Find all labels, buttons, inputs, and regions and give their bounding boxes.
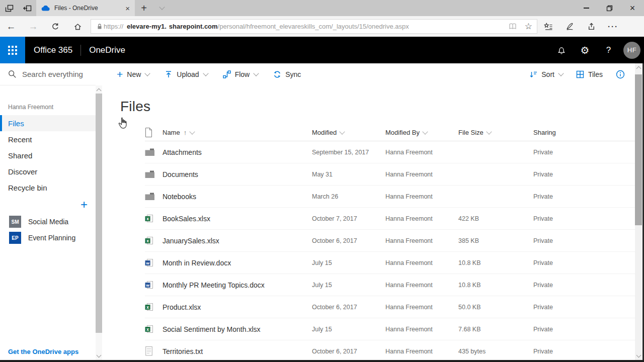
favorite-star-icon[interactable]: ☆ — [525, 22, 532, 31]
chevron-down-icon — [422, 129, 428, 134]
table-row[interactable]: AttachmentsSeptember 15, 2017Hanna Freem… — [145, 141, 635, 163]
sidebar-item-recent[interactable]: Recent — [0, 131, 96, 147]
sort-button[interactable]: Sort — [529, 70, 563, 78]
table-row[interactable]: xJanuarySales.xlsxOctober 6, 2017Hanna F… — [145, 230, 635, 252]
scrollbar-thumb[interactable] — [96, 94, 102, 333]
sync-icon — [273, 70, 281, 78]
sync-button[interactable]: Sync — [273, 70, 301, 78]
file-modified: May 31 — [312, 171, 385, 178]
svg-text:x: x — [146, 327, 149, 332]
svg-text:w: w — [145, 261, 149, 265]
column-header-name[interactable]: Name↑ — [163, 129, 312, 136]
more-menu-icon[interactable]: ··· — [602, 16, 624, 37]
column-header-sharing[interactable]: Sharing — [533, 129, 635, 136]
file-name[interactable]: BookSales.xlsx — [163, 215, 312, 223]
text-icon — [145, 346, 163, 356]
favorites-hub-icon[interactable] — [537, 16, 559, 37]
sidebar-group-social-media[interactable]: SM Social Media — [0, 214, 96, 230]
back-icon[interactable]: ← — [0, 16, 22, 37]
file-modified: July 15 — [312, 282, 385, 289]
tab-close-icon[interactable]: × — [125, 5, 130, 12]
file-sharing: Private — [533, 171, 635, 178]
new-button[interactable]: + New — [117, 70, 149, 79]
app-launcher-icon[interactable] — [0, 37, 25, 63]
column-header-modified[interactable]: Modified — [312, 129, 385, 136]
restore-button[interactable] — [598, 0, 621, 16]
file-modified: October 6, 2017 — [312, 304, 385, 311]
file-name[interactable]: JanuarySales.xlsx — [163, 237, 312, 245]
url-input[interactable]: https:// elevare-my1. sharepoint.com /pe… — [91, 19, 537, 34]
table-row[interactable]: xProduct.xlsxOctober 6, 2017Hanna Freemo… — [145, 296, 635, 318]
sidebar-scrollbar[interactable] — [96, 85, 102, 360]
set-aside-tabs-icon[interactable] — [18, 0, 36, 16]
browser-tab[interactable]: Files - OneDrive × — [36, 0, 135, 16]
table-row[interactable]: Territories.txtOctober 6, 2017Hanna Free… — [145, 340, 635, 362]
settings-gear-icon[interactable]: ⚙ — [573, 37, 597, 63]
close-window-button[interactable]: × — [621, 0, 644, 16]
add-group-plus-icon[interactable]: + — [80, 199, 88, 211]
file-name[interactable]: Notebooks — [163, 193, 312, 201]
word-icon: w — [145, 281, 163, 289]
scroll-up-icon[interactable] — [635, 63, 642, 71]
refresh-icon[interactable] — [44, 16, 66, 37]
table-row[interactable]: DocumentsMay 31Hanna FreemontPrivate — [145, 163, 635, 186]
sidebar-item-files[interactable]: Files — [0, 115, 96, 131]
new-tab-button[interactable]: + — [135, 0, 153, 16]
file-name[interactable]: Product.xlsx — [163, 303, 312, 311]
tiles-view-button[interactable]: Tiles — [576, 70, 603, 78]
reading-view-icon[interactable] — [509, 23, 517, 30]
document-type-column-icon[interactable] — [145, 128, 163, 137]
table-row[interactable]: xBookSales.xlsxOctober 7, 2017Hanna Free… — [145, 208, 635, 230]
search-box[interactable] — [0, 63, 96, 85]
sidebar-item-shared[interactable]: Shared — [0, 147, 96, 163]
column-header-modified-by[interactable]: Modified By — [385, 129, 458, 136]
content-scrollbar[interactable] — [635, 63, 642, 360]
chevron-down-icon — [145, 70, 150, 76]
minimize-button[interactable] — [575, 0, 598, 16]
file-size: 422 KB — [458, 215, 533, 222]
cursor-pointer — [117, 117, 128, 130]
scroll-down-icon[interactable] — [96, 352, 102, 360]
file-modified: October 7, 2017 — [312, 215, 385, 222]
get-onedrive-apps-link[interactable]: Get the OneDrive apps — [8, 348, 78, 355]
file-name[interactable]: Social Sentiment by Month.xlsx — [163, 325, 312, 333]
svg-text:x: x — [146, 216, 149, 221]
window-controls: × — [575, 0, 644, 16]
upload-button[interactable]: Upload — [165, 70, 207, 78]
file-sharing: Private — [533, 348, 635, 355]
tab-list-chevron-icon[interactable] — [153, 0, 171, 16]
table-row[interactable]: wMonthly PR Meeting Topics.docxJuly 15Ha… — [145, 274, 635, 296]
sidebar-item-discover[interactable]: Discover — [0, 163, 96, 179]
svg-text:x: x — [146, 238, 149, 243]
file-modified-by: Hanna Freemont — [385, 326, 458, 333]
scrollbar-thumb[interactable] — [635, 74, 642, 225]
flow-button[interactable]: Flow — [223, 70, 259, 78]
help-icon[interactable]: ? — [597, 37, 620, 63]
sidebar-group-event-planning[interactable]: EP Event Planning — [0, 230, 96, 246]
user-avatar[interactable]: HF — [623, 42, 640, 59]
office-365-brand[interactable]: Office 365 — [34, 45, 72, 55]
share-icon[interactable] — [581, 16, 602, 37]
file-name[interactable]: Documents — [163, 170, 312, 178]
page-title: Files — [120, 99, 635, 115]
scroll-down-icon[interactable] — [635, 352, 642, 360]
file-name[interactable]: Month in Review.docx — [163, 259, 312, 267]
table-row[interactable]: NotebooksMarch 26Hanna FreemontPrivate — [145, 186, 635, 208]
file-sharing: Private — [533, 193, 635, 200]
file-name[interactable]: Attachments — [163, 148, 312, 156]
notifications-bell-icon[interactable] — [549, 37, 573, 63]
forward-icon[interactable]: → — [22, 16, 44, 37]
scroll-up-icon[interactable] — [96, 85, 102, 94]
info-icon[interactable] — [616, 70, 625, 79]
onedrive-app-name[interactable]: OneDrive — [89, 45, 125, 55]
table-row[interactable]: wMonth in Review.docxJuly 15Hanna Freemo… — [145, 252, 635, 274]
file-name[interactable]: Territories.txt — [163, 347, 312, 355]
column-header-file-size[interactable]: File Size — [458, 129, 533, 136]
tab-preview-icon[interactable] — [0, 0, 18, 16]
search-input[interactable] — [21, 69, 86, 79]
web-note-pen-icon[interactable] — [559, 16, 581, 37]
file-name[interactable]: Monthly PR Meeting Topics.docx — [163, 281, 312, 289]
sidebar-item-recycle-bin[interactable]: Recycle bin — [0, 179, 96, 196]
home-icon[interactable] — [66, 16, 89, 37]
table-row[interactable]: xSocial Sentiment by Month.xlsxJuly 15Ha… — [145, 318, 635, 340]
